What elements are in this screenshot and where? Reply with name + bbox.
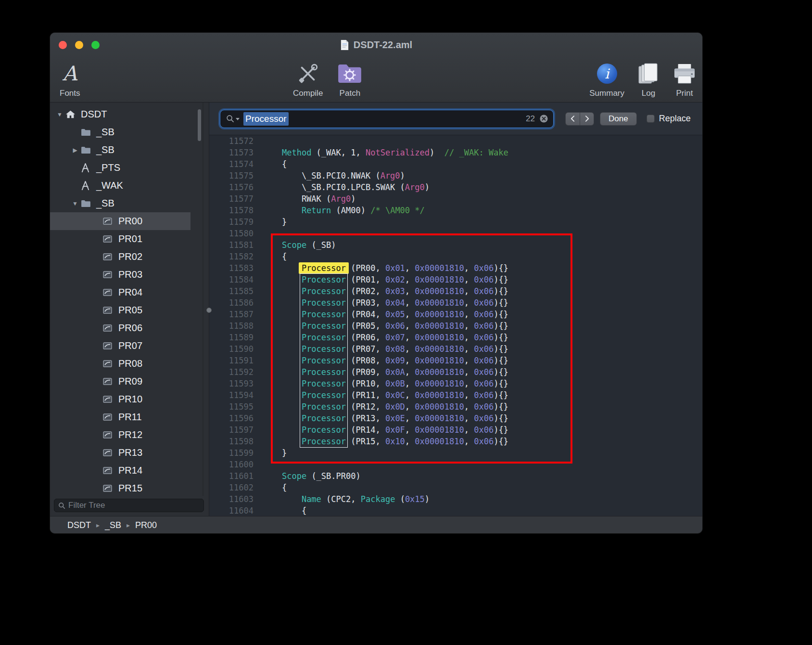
line-number: 11578: [209, 205, 254, 216]
print-button[interactable]: Print: [672, 58, 697, 98]
tree-item-pr11[interactable]: PR11: [50, 408, 190, 426]
find-previous-button[interactable]: [565, 112, 580, 126]
tree-item-pr10[interactable]: PR10: [50, 390, 190, 408]
find-input-field[interactable]: Processor 22: [220, 110, 554, 128]
find-match: Processor: [302, 402, 346, 412]
code-token: (PR14,: [346, 425, 385, 435]
tree-item-label: PR04: [118, 287, 142, 298]
tree-item-_pts[interactable]: _PTS: [50, 159, 190, 177]
code-token: 0x0B: [385, 379, 405, 388]
tree-item-pr06[interactable]: PR06: [50, 319, 190, 337]
code-editor[interactable]: 1157211573 Method (_WAK, 1, NotSerialize…: [209, 135, 702, 516]
line-number: 11597: [209, 424, 254, 436]
replace-checkbox[interactable]: [647, 115, 655, 123]
code-token: 0x06: [474, 333, 494, 342]
find-match: Processor: [302, 310, 346, 319]
fonts-label: Fonts: [60, 89, 80, 98]
fonts-button[interactable]: AFonts: [60, 58, 80, 98]
tree-item-pr12[interactable]: PR12: [50, 426, 190, 444]
tree-item-dsdt[interactable]: ▼DSDT: [50, 105, 190, 123]
code-token: }: [262, 448, 287, 458]
code-token: 0x0E: [385, 413, 405, 423]
code-text: \_SB.PCI0.NWAK (Arg0): [262, 170, 405, 181]
code-token: ){}: [494, 390, 508, 400]
tree-item-pr02[interactable]: PR02: [50, 248, 190, 266]
code-token: ,: [405, 263, 415, 273]
code-text: Processor (PR14, 0x0F, 0x00001810, 0x06)…: [262, 424, 508, 436]
disclosure-down-icon[interactable]: ▼: [69, 200, 81, 207]
code-token: ,: [405, 367, 415, 377]
log-button[interactable]: Log: [637, 58, 660, 98]
tree-item-pr01[interactable]: PR01: [50, 230, 190, 248]
disclosure-down-icon[interactable]: ▼: [54, 111, 65, 118]
processor-icon: [103, 218, 118, 225]
splitter-drag-handle[interactable]: [206, 308, 212, 313]
clear-search-icon[interactable]: [539, 114, 548, 123]
find-next-button[interactable]: [580, 112, 594, 126]
patch-label: Patch: [340, 89, 360, 98]
code-line: 11595 Processor (PR12, 0x0D, 0x00001810,…: [209, 401, 702, 413]
breadcrumb-item[interactable]: DSDT: [67, 520, 91, 530]
code-token: ){}: [494, 310, 508, 319]
search-options-chevron-icon[interactable]: [236, 118, 240, 120]
tree-item-_sb[interactable]: _SB: [50, 123, 190, 141]
line-number: 11589: [209, 332, 254, 343]
code-line: 11577 RWAK (Arg0): [209, 193, 702, 205]
code-text: {: [262, 505, 306, 516]
code-token: ,: [464, 321, 474, 331]
find-query-text[interactable]: Processor: [243, 112, 289, 126]
tree-item-pr13[interactable]: PR13: [50, 444, 190, 462]
filter-tree-field[interactable]: [54, 499, 204, 512]
code-token: ,: [464, 390, 474, 400]
breadcrumb-item[interactable]: _SB: [105, 520, 121, 530]
compile-label: Compile: [293, 89, 323, 98]
line-number: 11579: [209, 216, 254, 228]
minimize-window-button[interactable]: [75, 41, 83, 49]
code-token: 0x07: [385, 333, 405, 342]
code-line: 11602 {: [209, 482, 702, 493]
tree-item-pr05[interactable]: PR05: [50, 301, 190, 319]
find-match: Processor: [302, 390, 346, 400]
code-token: ){}: [494, 298, 508, 308]
titlebar[interactable]: DSDT-22.aml: [50, 33, 702, 57]
breadcrumb-separator-icon: ▸: [96, 521, 100, 529]
tree-item-label: PR06: [118, 322, 142, 334]
tree-item-pr03[interactable]: PR03: [50, 266, 190, 284]
code-line: 11578 Return (AM00) /* \AM00 */: [209, 205, 702, 216]
zoom-window-button[interactable]: [91, 41, 100, 49]
line-number: 11595: [209, 401, 254, 413]
tree-item-pr14[interactable]: PR14: [50, 462, 190, 479]
code-token: ){}: [494, 321, 508, 331]
code-lines: 1157211573 Method (_WAK, 1, NotSerialize…: [209, 135, 702, 516]
breadcrumb-item[interactable]: PR00: [135, 520, 157, 530]
tree-item-pr09[interactable]: PR09: [50, 373, 190, 390]
code-text: }: [262, 447, 287, 459]
folder-icon: [81, 129, 96, 136]
tree-item-_sb[interactable]: ▶_SB: [50, 141, 190, 159]
close-window-button[interactable]: [59, 41, 67, 49]
code-token: 0x09: [385, 356, 405, 365]
code-token: 0x0F: [385, 425, 405, 435]
compile-button[interactable]: Compile: [293, 58, 323, 98]
tree-item-label: _SB: [96, 198, 114, 209]
code-token: 0x00001810: [415, 298, 464, 308]
code-token: 0x06: [474, 390, 494, 400]
line-number: 11593: [209, 378, 254, 389]
tree-item-pr15[interactable]: PR15: [50, 479, 190, 496]
patch-button[interactable]: Patch: [337, 58, 362, 98]
summary-button[interactable]: iSummary: [589, 58, 624, 98]
sidebar-scrollbar-thumb[interactable]: [198, 109, 201, 141]
filter-tree-input[interactable]: [68, 501, 200, 510]
code-token: ,: [405, 333, 415, 342]
code-line: 11574 {: [209, 158, 702, 170]
search-icon: [226, 115, 234, 123]
done-button[interactable]: Done: [600, 112, 637, 126]
find-match: Processor: [302, 413, 346, 423]
tree-item-_wak[interactable]: _WAK: [50, 177, 190, 194]
tree-item-pr04[interactable]: PR04: [50, 284, 190, 301]
disclosure-right-icon[interactable]: ▶: [69, 147, 81, 154]
tree-item-pr00[interactable]: PR00: [50, 212, 190, 230]
tree-item-pr08[interactable]: PR08: [50, 355, 190, 373]
tree-item-pr07[interactable]: PR07: [50, 337, 190, 355]
tree-item-_sb[interactable]: ▼_SB: [50, 194, 190, 212]
